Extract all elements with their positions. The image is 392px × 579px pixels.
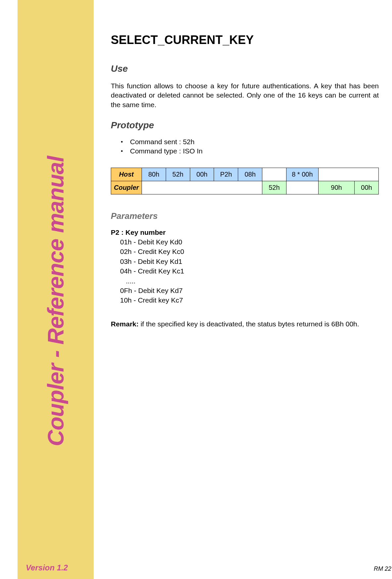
param-line: 04h - Credit Key Kc1: [120, 266, 379, 276]
list-item: Command sent : 52h: [121, 138, 379, 146]
use-heading: Use: [111, 63, 379, 74]
host-label-cell: Host: [111, 168, 142, 181]
table-row: Host 80h 52h 00h P2h 08h 8 * 00h: [111, 168, 379, 181]
sidebar: Coupler - Reference manual Version 1.2: [18, 0, 94, 579]
page-title: SELECT_CURRENT_KEY: [111, 33, 379, 47]
remark-text: if the specified key is deactivated, the…: [139, 320, 359, 328]
remark: Remark: if the specified key is deactiva…: [111, 320, 379, 328]
version-label: Version 1.2: [26, 563, 68, 572]
table-cell: [142, 181, 262, 194]
param-line: 03h - Debit Key Kd1: [120, 257, 379, 266]
table-cell: 00h: [355, 181, 379, 194]
table-cell: 52h: [262, 181, 286, 194]
param-line: 02h - Credit Key Kc0: [120, 247, 379, 256]
table-cell: 80h: [142, 168, 166, 181]
prototype-table: Host 80h 52h 00h P2h 08h 8 * 00h Coupler…: [111, 168, 379, 194]
param-title: P2 : Key number: [111, 228, 379, 236]
remark-label: Remark:: [111, 320, 139, 328]
table-cell: 08h: [238, 168, 262, 181]
table-cell: [318, 168, 378, 181]
param-list: 01h - Debit Key Kd0 02h - Credit Key Kc0…: [111, 237, 379, 305]
table-cell: [262, 168, 286, 181]
param-line: 01h - Debit Key Kd0: [120, 237, 379, 247]
parameters-heading: Parameters: [111, 211, 379, 221]
table-row: Coupler 52h 90h 00h: [111, 181, 379, 194]
page-footer: RM 22: [374, 565, 391, 572]
main-content: SELECT_CURRENT_KEY Use This function all…: [111, 33, 379, 328]
table-cell: 00h: [190, 168, 214, 181]
table-cell: P2h: [214, 168, 238, 181]
table-cell: [286, 181, 318, 194]
param-line: .....: [120, 276, 379, 286]
coupler-label-cell: Coupler: [111, 181, 142, 194]
table-cell: 52h: [166, 168, 190, 181]
use-text: This function allows to choose a key for…: [111, 81, 379, 109]
prototype-heading: Prototype: [111, 120, 379, 131]
prototype-bullets: Command sent : 52h Command type : ISO In: [121, 138, 379, 155]
param-line: 10h - Credit key Kc7: [120, 295, 379, 305]
table-cell: 90h: [318, 181, 354, 194]
sidebar-title: Coupler - Reference manual: [43, 156, 68, 446]
param-line: 0Fh - Debit Key Kd7: [120, 286, 379, 295]
list-item: Command type : ISO In: [121, 147, 379, 155]
table-cell: 8 * 00h: [286, 168, 318, 181]
